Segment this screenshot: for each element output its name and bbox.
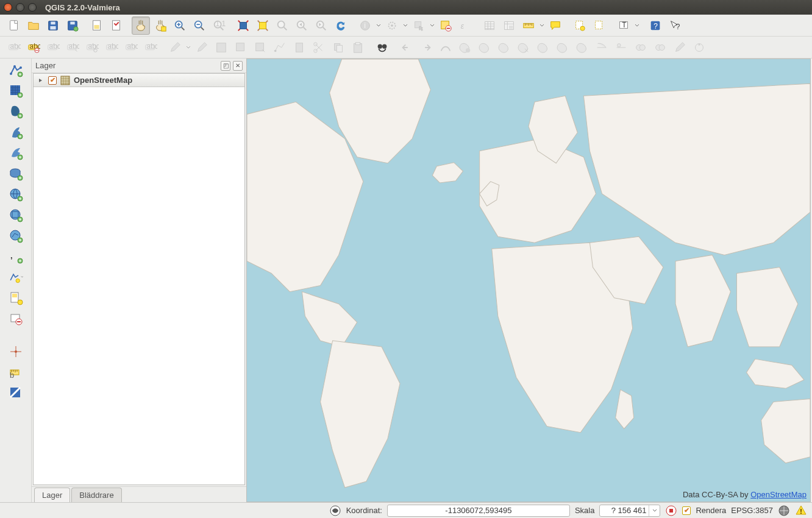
zoom-out-button[interactable] (190, 16, 208, 35)
stop-render-button[interactable] (665, 505, 677, 517)
annotation-dropdown[interactable] (634, 23, 640, 28)
scale-input[interactable] (600, 506, 649, 515)
osm-download-button[interactable] (373, 38, 391, 57)
split-parts-button[interactable] (612, 38, 630, 57)
run-feature-action-button[interactable] (383, 16, 401, 35)
scale-selector[interactable] (599, 505, 660, 517)
redo-button[interactable] (417, 38, 435, 57)
zoom-to-selection-button[interactable] (254, 16, 272, 35)
field-calculator-button[interactable] (500, 16, 518, 35)
map-tips-button[interactable] (546, 16, 564, 35)
change-label-button[interactable]: abc (141, 38, 160, 57)
zoom-to-layer-button[interactable] (273, 16, 291, 35)
paste-features-button[interactable] (349, 38, 367, 57)
deselect-all-button[interactable] (436, 16, 455, 35)
add-wfs-layer-button[interactable] (5, 227, 26, 245)
layer-expand-toggle[interactable] (37, 77, 45, 84)
help-button[interactable]: ? (646, 16, 664, 35)
window-maximize-button[interactable] (28, 3, 37, 12)
add-raster-layer-button[interactable] (5, 82, 26, 100)
map-canvas[interactable]: Data CC-By-SA by OpenStreetMap (246, 59, 811, 502)
zoom-in-button[interactable] (171, 16, 189, 35)
show-hide-labels-button[interactable]: abc (83, 38, 101, 57)
measure-button[interactable] (519, 16, 538, 35)
split-features-button[interactable] (593, 38, 611, 57)
zoom-full-button[interactable] (234, 16, 252, 35)
pin-labels-button[interactable]: abc (63, 38, 82, 57)
tab-browser[interactable]: Bläddrare (71, 488, 121, 502)
toggle-editing-button[interactable] (193, 38, 211, 57)
delete-part-button[interactable] (534, 38, 552, 57)
composer-manager-button[interactable] (107, 16, 126, 35)
zoom-native-button[interactable]: 1:1 (210, 16, 228, 35)
identify-button[interactable]: i (356, 16, 374, 35)
add-postgis-layer-button[interactable] (5, 102, 26, 121)
new-shapefile-layer-button[interactable] (2, 268, 29, 286)
add-delimited-text-button[interactable]: , (5, 247, 26, 266)
add-vector-layer-button[interactable] (5, 61, 26, 79)
panel-close-button[interactable]: ✕ (233, 61, 243, 71)
move-feature-button[interactable] (251, 38, 269, 57)
fill-ring-button[interactable] (495, 38, 513, 57)
select-button[interactable] (410, 16, 428, 35)
window-close-button[interactable] (4, 3, 12, 12)
layer-row[interactable]: OpenStreetMap (34, 74, 244, 87)
add-part-button[interactable] (475, 38, 494, 57)
feature-action-dropdown[interactable] (402, 23, 408, 28)
reshape-button[interactable] (554, 38, 572, 57)
add-wms-layer-button[interactable] (5, 185, 26, 204)
delete-selected-button[interactable] (290, 38, 308, 57)
add-ring-button[interactable] (456, 38, 474, 57)
add-mssql-layer-button[interactable] (5, 144, 26, 162)
window-minimize-button[interactable] (16, 3, 24, 12)
node-tool-button[interactable] (271, 38, 289, 57)
open-attribute-table-button[interactable] (480, 16, 499, 35)
identify-dropdown[interactable] (376, 23, 382, 28)
messages-icon[interactable] (795, 505, 807, 517)
layer-labeling-button[interactable]: abc (5, 38, 23, 57)
save-project-button[interactable] (44, 16, 62, 35)
rotate-feature-button[interactable] (671, 38, 689, 57)
coordinate-capture-button[interactable]: b (5, 363, 26, 381)
refresh-button[interactable] (332, 16, 350, 35)
current-edits-button[interactable] (166, 38, 184, 57)
whats-this-button[interactable]: ? (666, 16, 684, 35)
pan-to-selection-button[interactable] (151, 16, 169, 35)
render-checkbox[interactable] (682, 506, 691, 515)
save-project-as-button[interactable] (63, 16, 82, 35)
toggle-extents-icon[interactable] (329, 505, 341, 517)
remove-layer-button[interactable] (5, 310, 26, 328)
add-spatialite-layer-button[interactable] (5, 123, 26, 141)
text-annotation-button[interactable]: T (614, 16, 633, 35)
new-project-button[interactable] (5, 16, 23, 35)
delete-ring-button[interactable] (515, 38, 533, 57)
crs-status-icon[interactable] (778, 505, 790, 517)
highlight-pinned-labels-button[interactable]: abc (44, 38, 62, 57)
undo-button[interactable] (397, 38, 416, 57)
new-bookmark-button[interactable] (571, 16, 589, 35)
measure-dropdown[interactable] (539, 23, 545, 28)
scale-dropdown[interactable] (649, 505, 660, 516)
cut-features-button[interactable] (310, 38, 328, 57)
open-project-button[interactable] (24, 16, 43, 35)
offset-curve-button[interactable] (573, 38, 591, 57)
simplify-feature-button[interactable] (436, 38, 455, 57)
show-bookmarks-button[interactable] (590, 16, 608, 35)
add-feature-button[interactable] (232, 38, 250, 57)
pan-map-button[interactable] (132, 16, 150, 35)
layer-tree[interactable]: OpenStreetMap (33, 73, 245, 485)
labeling-options-button[interactable]: abc (24, 38, 43, 57)
merge-features-button[interactable] (632, 38, 650, 57)
merge-attributes-button[interactable] (651, 38, 669, 57)
select-by-expression-button[interactable]: ε (456, 16, 474, 35)
save-layer-edits-button[interactable] (212, 38, 230, 57)
copy-features-button[interactable] (329, 38, 347, 57)
gps-tool-button[interactable] (5, 342, 26, 361)
rotate-point-symbols-button[interactable] (690, 38, 708, 57)
add-oracle-layer-button[interactable] (5, 165, 26, 183)
layer-visibility-checkbox[interactable] (48, 76, 57, 85)
coordinate-input[interactable] (387, 505, 570, 517)
raster-calc-button[interactable] (5, 384, 26, 402)
create-new-gpx-button[interactable] (5, 289, 26, 307)
add-wcs-layer-button[interactable] (5, 206, 26, 224)
